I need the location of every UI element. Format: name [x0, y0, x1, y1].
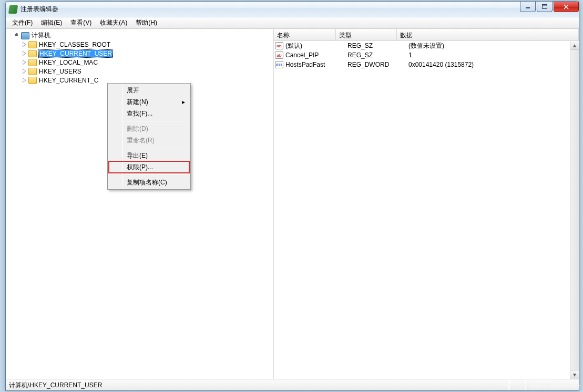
value-list-pane[interactable]: 名称 类型 数据 ab (默认) REG_SZ (数值未设置) ab Cance… — [274, 29, 579, 379]
statusbar: 计算机\HKEY_CURRENT_USER — [6, 379, 579, 390]
context-menu: 展开 新建(N) ▸ 查找(F)... 删除(D) 重命名(R) 导出(E) 权… — [107, 83, 191, 190]
ctx-find[interactable]: 查找(F)... — [109, 108, 189, 119]
tree-label: HKEY_CLASSES_ROOT — [39, 41, 110, 48]
cell-type: REG_SZ — [347, 51, 408, 59]
dword-value-icon: 011 — [275, 61, 283, 68]
menu-edit[interactable]: 编辑(E) — [37, 17, 66, 28]
tree-label: HKEY_CURRENT_USER — [39, 50, 112, 57]
tree-root-computer[interactable]: 计算机 — [7, 31, 273, 40]
menu-help[interactable]: 帮助(H) — [131, 17, 161, 28]
list-row[interactable]: 011 HostsPadFast REG_DWORD 0x00141420 (1… — [274, 60, 579, 69]
col-header-data[interactable]: 数据 — [397, 29, 579, 40]
content-area: 计算机 HKEY_CLASSES_ROOT HKEY_CURRENT_USER … — [6, 28, 579, 379]
cell-name: Cancel_PIP — [285, 51, 347, 59]
maximize-icon — [542, 4, 547, 9]
string-value-icon: ab — [275, 51, 283, 59]
ctx-label: 导出(E) — [127, 151, 148, 160]
ctx-separator — [125, 148, 188, 148]
tree-key-hkcr[interactable]: HKEY_CLASSES_ROOT — [7, 40, 273, 49]
ctx-separator — [125, 174, 188, 175]
ctx-expand[interactable]: 展开 — [109, 85, 189, 96]
svg-rect-2 — [543, 4, 547, 5]
ctx-label: 权限(P)... — [127, 163, 153, 172]
cell-name: HostsPadFast — [285, 61, 347, 68]
cell-type: REG_DWORD — [347, 61, 408, 68]
tree-label: HKEY_LOCAL_MAC — [39, 59, 98, 66]
titlebar[interactable]: 注册表编辑器 — [6, 2, 579, 17]
ctx-label: 重命名(R) — [127, 136, 155, 145]
ctx-label: 复制项名称(C) — [127, 178, 167, 187]
menu-file[interactable]: 文件(F) — [8, 17, 37, 28]
expand-toggle-icon[interactable] — [22, 59, 28, 66]
menubar: 文件(F) 编辑(E) 查看(V) 收藏夹(A) 帮助(H) — [6, 17, 579, 28]
tree-key-hku[interactable]: HKEY_USERS — [7, 67, 273, 76]
cell-data: 1 — [408, 51, 579, 59]
folder-icon — [28, 59, 37, 66]
cell-type: REG_SZ — [347, 42, 408, 49]
expand-toggle-icon[interactable] — [22, 68, 28, 75]
ctx-export[interactable]: 导出(E) — [109, 150, 189, 161]
window-controls — [519, 2, 579, 12]
computer-icon — [21, 32, 29, 39]
menu-favorites[interactable]: 收藏夹(A) — [96, 17, 131, 28]
expand-toggle-icon[interactable] — [22, 77, 28, 84]
string-value-icon: ab — [275, 42, 283, 49]
expand-toggle-icon[interactable] — [22, 50, 28, 57]
vertical-scrollbar[interactable]: ▴ ▾ — [570, 41, 579, 379]
ctx-new[interactable]: 新建(N) ▸ — [109, 96, 189, 108]
folder-icon — [28, 68, 37, 75]
col-header-name[interactable]: 名称 — [274, 29, 336, 40]
list-header: 名称 类型 数据 — [274, 29, 579, 41]
scroll-up-arrow-icon[interactable]: ▴ — [570, 41, 579, 50]
ctx-label: 展开 — [127, 86, 139, 95]
close-icon — [564, 4, 569, 9]
maximize-button[interactable] — [537, 2, 553, 12]
ctx-label: 删除(D) — [127, 125, 148, 133]
scroll-down-arrow-icon[interactable]: ▾ — [570, 370, 579, 379]
list-row[interactable]: ab (默认) REG_SZ (数值未设置) — [274, 41, 579, 50]
expand-toggle-icon[interactable] — [14, 33, 21, 39]
menu-view[interactable]: 查看(V) — [66, 17, 96, 28]
tree-label: HKEY_USERS — [39, 68, 81, 75]
close-button[interactable] — [554, 2, 579, 12]
registry-tree: 计算机 HKEY_CLASSES_ROOT HKEY_CURRENT_USER … — [6, 29, 273, 85]
expand-toggle-icon[interactable] — [22, 42, 28, 48]
tree-key-hklm[interactable]: HKEY_LOCAL_MAC — [7, 58, 273, 67]
submenu-arrow-icon: ▸ — [182, 98, 185, 106]
cell-data: 0x00141420 (1315872) — [408, 61, 579, 68]
ctx-copy-key-name[interactable]: 复制项名称(C) — [109, 177, 189, 188]
col-header-type[interactable]: 类型 — [336, 29, 397, 40]
folder-icon — [28, 50, 37, 57]
cell-data: (数值未设置) — [408, 42, 579, 50]
list-row[interactable]: ab Cancel_PIP REG_SZ 1 — [274, 50, 579, 60]
tree-label: HKEY_CURRENT_C — [39, 77, 98, 84]
folder-icon — [28, 77, 37, 84]
tree-pane[interactable]: 计算机 HKEY_CLASSES_ROOT HKEY_CURRENT_USER … — [6, 29, 274, 379]
minimize-button[interactable] — [520, 2, 536, 12]
ctx-delete: 删除(D) — [109, 123, 189, 135]
svg-rect-0 — [526, 7, 530, 8]
minimize-icon — [525, 5, 530, 9]
window-title: 注册表编辑器 — [21, 5, 58, 14]
regedit-icon — [8, 5, 18, 14]
ctx-rename: 重命名(R) — [109, 135, 189, 146]
registry-editor-window: 注册表编辑器 文件(F) 编辑(E) 查看(V) 收藏夹(A) 帮助(H) — [5, 1, 579, 391]
cell-name: (默认) — [285, 42, 347, 50]
ctx-separator — [125, 121, 188, 121]
tree-key-hkcu[interactable]: HKEY_CURRENT_USER — [7, 49, 273, 58]
ctx-label: 新建(N) — [127, 98, 148, 107]
ctx-permissions[interactable]: 权限(P)... — [109, 161, 189, 173]
status-path: 计算机\HKEY_CURRENT_USER — [9, 381, 102, 389]
ctx-label: 查找(F)... — [127, 109, 152, 118]
tree-label: 计算机 — [32, 31, 50, 40]
folder-icon — [28, 41, 37, 48]
list-body: ab (默认) REG_SZ (数值未设置) ab Cancel_PIP REG… — [274, 41, 579, 379]
